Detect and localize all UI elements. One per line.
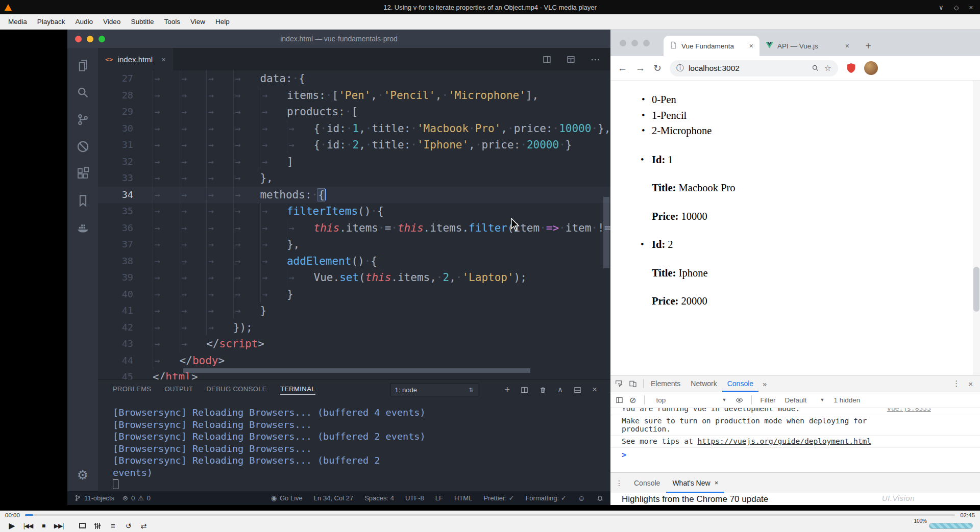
- open-preview-icon[interactable]: [543, 55, 551, 64]
- volume-slider[interactable]: [929, 523, 973, 529]
- kill-terminal-icon[interactable]: [539, 386, 547, 394]
- menu-audio[interactable]: Audio: [70, 14, 99, 29]
- back-icon[interactable]: ←: [618, 63, 627, 74]
- device-toolbar-icon[interactable]: [629, 379, 637, 388]
- search-icon[interactable]: [67, 79, 98, 106]
- status-item[interactable]: UTF-8: [405, 494, 424, 502]
- settings-gear-icon[interactable]: ⚙: [67, 464, 98, 486]
- live-expression-eye-icon[interactable]: [736, 396, 743, 404]
- chrome-minimize-icon[interactable]: [631, 40, 638, 46]
- page-scrollbar-thumb[interactable]: [973, 267, 979, 312]
- close-tab-icon[interactable]: ×: [749, 42, 753, 50]
- forward-icon[interactable]: →: [635, 63, 645, 74]
- status-item[interactable]: LF: [435, 494, 443, 502]
- context-select[interactable]: top ▼: [653, 395, 729, 405]
- menu-tools[interactable]: Tools: [159, 14, 185, 29]
- devtools-tab-elements[interactable]: Elements: [646, 375, 685, 392]
- close-window-icon[interactable]: [75, 36, 82, 42]
- close-panel-icon[interactable]: ×: [592, 385, 597, 395]
- docker-icon[interactable]: [67, 214, 98, 241]
- devtools-close-icon[interactable]: ×: [968, 379, 973, 388]
- close-tab-icon[interactable]: ×: [845, 42, 849, 50]
- browser-tab[interactable]: Vue Fundamenta×: [664, 36, 760, 56]
- terminal-output[interactable]: [Browsersync] Reloading Browsers... (buf…: [98, 399, 610, 491]
- video-area[interactable]: index.html — vue-fundamentals-prod: [0, 30, 980, 511]
- profile-avatar[interactable]: [864, 61, 878, 75]
- deployment-guide-link[interactable]: https://vuejs.org/guide/deployment.html: [697, 437, 871, 445]
- filter-label[interactable]: Filter: [760, 396, 775, 404]
- playlist-button[interactable]: ≡: [106, 520, 119, 531]
- blocked-circle-icon[interactable]: [67, 133, 98, 160]
- seek-slider[interactable]: [25, 514, 955, 516]
- explorer-icon[interactable]: [67, 52, 98, 79]
- console-source-link[interactable]: vue.js:8533: [887, 408, 931, 412]
- feedback-smiley-icon[interactable]: ☺: [578, 494, 585, 502]
- devtools-tab-network[interactable]: Network: [685, 375, 722, 392]
- status-item[interactable]: Ln 34, Col 27: [314, 494, 353, 502]
- log-level-select[interactable]: Default ▼: [781, 395, 827, 405]
- more-panels-icon[interactable]: »: [758, 379, 771, 388]
- status-item[interactable]: Spaces: 4: [364, 494, 394, 502]
- split-editor-icon[interactable]: [567, 55, 575, 64]
- browser-page[interactable]: 0-Pen1-Pencil2-Microphone Id: 1Title: Ma…: [610, 81, 980, 375]
- adblock-shield-icon[interactable]: [846, 63, 856, 73]
- devtools-menu-icon[interactable]: ⋮: [952, 379, 960, 388]
- menu-media[interactable]: Media: [3, 14, 32, 29]
- status-item[interactable]: HTML: [454, 494, 472, 502]
- next-button[interactable]: ▶▶|: [52, 520, 65, 531]
- status-item[interactable]: Prettier: ✓: [483, 494, 514, 502]
- panel-tab-output[interactable]: OUTPUT: [164, 385, 193, 395]
- new-tab-icon[interactable]: +: [861, 38, 876, 54]
- site-info-icon[interactable]: ⓘ: [676, 63, 684, 73]
- menu-subtitle[interactable]: Subtitle: [126, 14, 159, 29]
- drawer-menu-icon[interactable]: ⋮: [616, 479, 623, 487]
- chrome-zoom-icon[interactable]: [643, 40, 650, 46]
- browser-tab[interactable]: API — Vue.js×: [760, 36, 855, 56]
- menu-video[interactable]: Video: [98, 14, 126, 29]
- panel-tab-debug-console[interactable]: DEBUG CONSOLE: [206, 385, 267, 395]
- chrome-close-icon[interactable]: [620, 40, 626, 46]
- source-control-icon[interactable]: [67, 106, 98, 133]
- reload-icon[interactable]: ↻: [653, 62, 662, 74]
- toggle-panel-icon[interactable]: [574, 386, 581, 394]
- console-sidebar-icon[interactable]: [616, 396, 623, 404]
- address-bar[interactable]: ⓘ localhost:3002 ☆: [670, 60, 838, 77]
- new-terminal-icon[interactable]: +: [505, 385, 510, 395]
- console-messages[interactable]: You are running Vue in development mode.…: [610, 408, 980, 472]
- terminal-select[interactable]: 1: node ⇅: [390, 383, 478, 396]
- devtools-tab-console[interactable]: Console: [722, 375, 758, 392]
- menu-playback[interactable]: Playback: [32, 14, 70, 29]
- play-button[interactable]: ▶: [4, 520, 19, 531]
- extensions-icon[interactable]: [67, 160, 98, 187]
- fullscreen-button[interactable]: [76, 520, 89, 531]
- page-scrollbar[interactable]: [973, 81, 980, 375]
- loop-button[interactable]: ↺: [121, 520, 135, 531]
- console-prompt[interactable]: >: [610, 448, 980, 462]
- go-live-button[interactable]: ◉ Go Live: [271, 494, 303, 502]
- drawer-tab-console[interactable]: Console: [628, 473, 666, 493]
- minimize-window-icon[interactable]: [87, 36, 93, 42]
- close-drawer-tab-icon[interactable]: ×: [715, 479, 719, 487]
- inspect-element-icon[interactable]: [615, 379, 623, 388]
- zoom-window-icon[interactable]: [99, 36, 105, 42]
- code-editor[interactable]: 27→→→→data:·{28→→→→→items:·['Pen',·'Penc…: [98, 70, 610, 379]
- close-tab-icon[interactable]: ×: [161, 55, 166, 64]
- menu-help[interactable]: Help: [210, 14, 235, 29]
- split-terminal-icon[interactable]: [521, 386, 528, 394]
- panel-tab-problems[interactable]: PROBLEMS: [113, 385, 151, 395]
- maximize-icon[interactable]: ◇: [953, 4, 959, 11]
- panel-tab-terminal[interactable]: TERMINAL: [280, 385, 315, 395]
- editor-horizontal-scrollbar[interactable]: [183, 368, 530, 373]
- problems-indicator[interactable]: ⊗ 0 ⚠ 0: [122, 494, 151, 502]
- clear-console-icon[interactable]: ⊘: [629, 395, 636, 405]
- random-button[interactable]: ⇄: [137, 520, 150, 531]
- more-actions-icon[interactable]: ⋯: [591, 54, 600, 65]
- stop-button[interactable]: ■: [37, 520, 50, 531]
- extended-settings-button[interactable]: [91, 520, 104, 531]
- url-text[interactable]: localhost:3002: [689, 64, 807, 73]
- tab-index-html[interactable]: <> index.html ×: [98, 48, 173, 70]
- zoom-icon[interactable]: [812, 64, 819, 72]
- drawer-tab-whats-new[interactable]: What's New ×: [666, 473, 724, 493]
- bookmark-star-icon[interactable]: ☆: [824, 63, 831, 73]
- notifications-bell-icon[interactable]: [597, 495, 603, 501]
